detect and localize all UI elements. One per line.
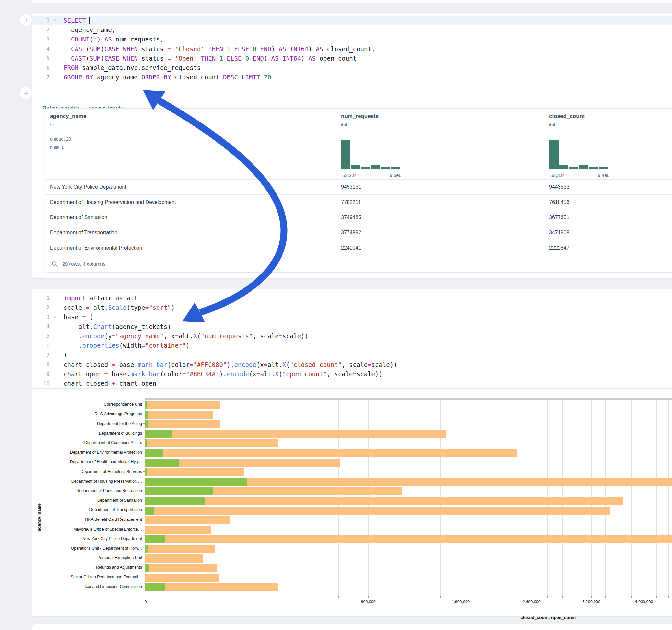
table-row[interactable]: Department of Sanitation37494853677651 xyxy=(45,210,672,225)
table-cell: 3677651 xyxy=(549,210,569,225)
histogram-bar xyxy=(559,165,569,169)
bar-row[interactable] xyxy=(145,430,672,438)
fold-chevron-icon[interactable]: ˅ xyxy=(51,314,59,320)
bar-row[interactable] xyxy=(145,439,672,447)
x-tick xyxy=(605,596,605,598)
x-tick xyxy=(303,596,304,598)
x-tick xyxy=(619,596,619,598)
y-axis-label: Taxi and Limousine Commission xyxy=(32,582,145,591)
fold-gutter xyxy=(51,335,59,336)
table-cell: 9453131 xyxy=(341,179,361,194)
x-tick xyxy=(577,596,577,598)
code-line[interactable]: 3˅base = ( xyxy=(32,312,672,322)
code-line[interactable]: 3 COUNT(*) AS num_requests, xyxy=(32,35,672,44)
code-line[interactable]: 7GROUP BY agency_name ORDER BY closed_co… xyxy=(32,73,672,82)
code-line[interactable]: 2 agency_name, xyxy=(32,25,672,34)
histogram-bar xyxy=(361,167,370,169)
bar-row[interactable] xyxy=(145,459,672,467)
closed-count-bar xyxy=(145,468,244,476)
code-line[interactable]: 10chart_closed + chart_open xyxy=(32,379,672,388)
x-tick xyxy=(668,596,669,598)
bar-row[interactable] xyxy=(145,526,672,534)
table-cell: New York City Police Department xyxy=(50,179,126,194)
chart-scrollbar[interactable] xyxy=(145,398,672,399)
bar-row[interactable] xyxy=(145,411,672,419)
line-number: 7 xyxy=(32,74,51,80)
bar-row[interactable] xyxy=(145,478,672,486)
y-axis-label: Department of Environmental Protection xyxy=(32,447,145,457)
bar-row[interactable] xyxy=(145,535,672,543)
bar-row[interactable] xyxy=(145,420,672,428)
fold-gutter xyxy=(51,297,59,298)
sql-code-editor[interactable]: 1˅SELECT 2 agency_name,3 COUNT(*) AS num… xyxy=(32,13,672,82)
bar-row[interactable] xyxy=(145,583,672,591)
closed-count-bar xyxy=(145,507,610,515)
code-line[interactable]: 1import altair as alt xyxy=(32,293,672,303)
table-row[interactable]: New York City Police Department945313194… xyxy=(45,179,672,194)
y-axis-label: Department of Sanitation xyxy=(32,495,145,505)
table-row[interactable]: Department of Housing Preservation and D… xyxy=(45,194,672,210)
code-line[interactable]: 4 alt.Chart(agency_tickets) xyxy=(32,322,672,331)
fold-gutter xyxy=(51,364,59,365)
column-stat-unique: unique: 20 xyxy=(50,137,71,142)
code-content: .encode(y="agency_name", x=alt.X("num_re… xyxy=(59,331,308,341)
chart-plot-area xyxy=(145,398,672,596)
bar-row[interactable] xyxy=(145,516,672,524)
bar-row[interactable] xyxy=(145,574,672,582)
code-line[interactable]: 7) xyxy=(32,350,672,360)
bar-row[interactable] xyxy=(145,449,672,457)
bar-row[interactable] xyxy=(145,487,672,495)
code-line[interactable]: 6 .properties(width="container") xyxy=(32,341,672,350)
search-icon[interactable] xyxy=(51,261,58,268)
table-row[interactable]: Department of Transportation377489234719… xyxy=(45,225,672,240)
y-axis-label: Department of Health and Mental Hyg… xyxy=(32,457,145,467)
plus-icon: + xyxy=(24,89,28,98)
x-tick xyxy=(498,596,498,598)
code-line[interactable]: 4 CAST(SUM(CASE WHEN status = 'Closed' T… xyxy=(32,44,672,53)
line-number: 7 xyxy=(32,352,51,358)
fold-chevron-icon[interactable]: ˅ xyxy=(51,18,59,23)
table-footer: 20 rows, 4 columns xyxy=(45,256,672,272)
line-number: 4 xyxy=(32,46,51,52)
code-line[interactable]: 8chart_closed = base.mark_bar(color="#FF… xyxy=(32,360,672,369)
bar-row[interactable] xyxy=(145,545,672,553)
bar-row[interactable] xyxy=(145,507,672,515)
closed-count-bar xyxy=(145,574,219,582)
fold-gutter xyxy=(51,77,59,78)
closed-count-bar xyxy=(145,401,220,409)
line-number: 5 xyxy=(32,333,51,339)
bar-row[interactable] xyxy=(145,555,672,563)
add-cell-button[interactable]: + xyxy=(20,87,32,99)
add-cell-button[interactable]: + xyxy=(20,14,32,26)
fold-gutter xyxy=(51,48,59,49)
code-content: chart_closed = base.mark_bar(color="#FFC… xyxy=(59,360,398,369)
open-count-bar xyxy=(145,468,147,476)
code-line[interactable]: 5 CAST(SUM(CASE WHEN status = 'Open' THE… xyxy=(32,53,672,63)
open-count-bar xyxy=(145,507,154,515)
x-tick xyxy=(418,596,419,598)
bar-row[interactable] xyxy=(145,401,672,409)
line-number: 9 xyxy=(32,371,51,377)
result-table: agency_name str unique: 20 nulls: 0 num_… xyxy=(45,108,672,272)
closed-count-bar xyxy=(145,497,623,505)
y-axis-label: Department of Buildings xyxy=(32,429,145,438)
bar-row[interactable] xyxy=(145,564,672,572)
open-count-bar xyxy=(145,487,213,495)
closed-count-bar xyxy=(145,411,213,419)
code-line[interactable]: 5 .encode(y="agency_name", x=alt.X("num_… xyxy=(32,331,672,341)
table-row[interactable]: Department of Environmental Protection22… xyxy=(45,240,672,256)
code-line[interactable]: 9chart_open = base.mark_bar(color="#8BC3… xyxy=(32,369,672,379)
python-code-editor[interactable]: 1import altair as alt2scale = alt.Scale(… xyxy=(32,289,672,388)
table-cell: 3774892 xyxy=(341,225,361,240)
bar-row[interactable] xyxy=(145,497,672,505)
closed-count-bar xyxy=(145,535,672,543)
code-line[interactable]: 1˅SELECT xyxy=(32,16,672,25)
bar-row[interactable] xyxy=(145,468,672,476)
code-line[interactable]: 6FROM sample_data.nyc.service_requests xyxy=(32,63,672,72)
x-tick xyxy=(480,596,480,598)
open-count-bar xyxy=(145,449,163,457)
plus-icon: + xyxy=(24,16,28,24)
y-axis-label: Personal Exemption Unit xyxy=(32,553,145,563)
code-line[interactable]: 2scale = alt.Scale(type="sqrt") xyxy=(32,303,672,312)
fold-gutter xyxy=(51,383,59,384)
